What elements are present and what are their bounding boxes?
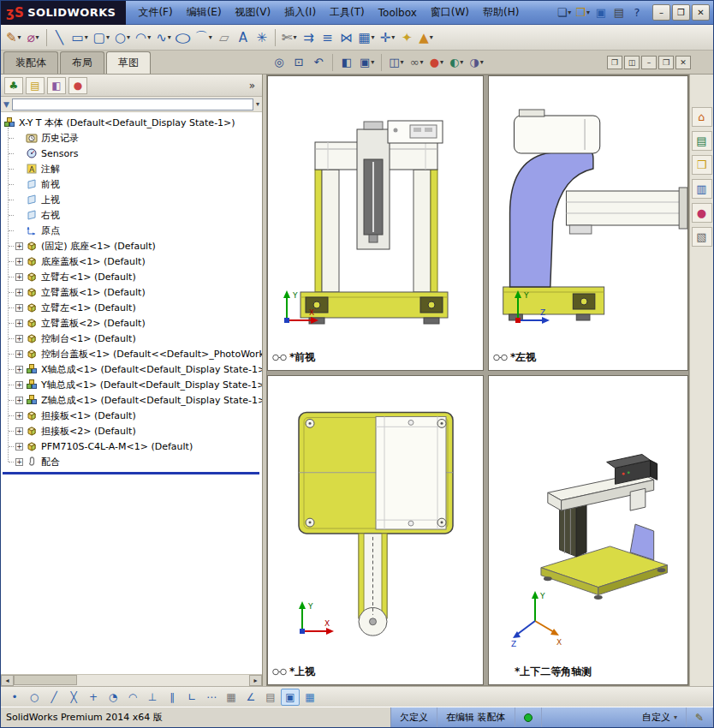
scroll-right-button[interactable]: ▸ [249, 675, 262, 686]
tree-item[interactable]: +担接板<2> (Default) [1, 423, 262, 439]
scrollbar-track[interactable] [14, 675, 249, 686]
expander-icon[interactable]: + [15, 350, 23, 358]
spline-dropdown[interactable]: ▾ [168, 33, 171, 41]
tree-item[interactable]: +控制台<1> (Default) [1, 331, 262, 346]
print-document-button[interactable]: ▤ [610, 4, 628, 21]
circle-dropdown[interactable]: ▾ [127, 33, 130, 41]
snap-quadrant-button[interactable]: ◔ [104, 689, 122, 706]
tab-sketch[interactable]: 草图 [106, 51, 151, 74]
mirror-entities-button[interactable]: ⋈ [336, 27, 355, 48]
tree-item[interactable]: +X轴总成<1> (Default<Default_Display State-… [1, 361, 262, 377]
tree-item[interactable]: +控制台盖板<1> (Default<<Default>_PhotoWorks [1, 346, 262, 361]
minimize-window-button[interactable]: – [652, 4, 670, 21]
ellipse-button[interactable]: ○ [174, 27, 193, 48]
expander-icon[interactable]: + [15, 427, 23, 435]
tree-item[interactable]: 历史记录 [1, 130, 262, 146]
tree-item[interactable]: +立臂盖板<1> (Default) [1, 284, 262, 300]
snap-intersection-button[interactable]: ╳ [64, 689, 83, 706]
snap-parallel-button[interactable]: ∥ [163, 689, 181, 706]
scroll-left-button[interactable]: ◂ [1, 675, 14, 686]
expander-icon[interactable]: + [15, 397, 23, 404]
viewport-isometric-view[interactable]: Y X Z *上下二等角轴测 [488, 375, 688, 685]
line-button[interactable]: ╲ [51, 27, 69, 48]
straight-slot-button[interactable]: ▢▾ [91, 27, 112, 48]
open-document-dropdown[interactable]: ▾ [586, 9, 590, 16]
snap-length-button[interactable]: ⋯ [202, 689, 221, 706]
move-entities-dropdown[interactable]: ▾ [391, 33, 395, 41]
tree-item[interactable]: +立臂左<1> (Default) [1, 300, 262, 315]
expander-icon[interactable]: + [15, 412, 23, 420]
hide-show-items-button[interactable]: ∞▾ [408, 52, 426, 73]
instant2d-button[interactable]: ▲▾ [416, 27, 436, 48]
section-view-button[interactable]: ◧ [337, 52, 356, 73]
expander-icon[interactable]: + [15, 366, 23, 373]
zoom-to-area-button[interactable]: ⊡ [289, 52, 308, 73]
tree-item[interactable]: 原点 [1, 223, 262, 238]
scrollbar-thumb[interactable] [14, 675, 77, 685]
apply-scene-button[interactable]: ◐▾ [447, 52, 466, 73]
snap-angle-button[interactable]: ∠ [241, 689, 260, 706]
panel-overflow-chevron[interactable]: » [246, 80, 259, 92]
snap-tangent-button[interactable]: ◠ [123, 689, 142, 706]
expander-icon[interactable]: + [15, 258, 23, 266]
open-document-button[interactable]: ❒▾ [574, 4, 592, 21]
tree-item[interactable]: +(固定) 底座<1> (Default) [1, 238, 262, 254]
expander-icon[interactable]: + [15, 289, 23, 296]
menu-item-1[interactable]: 文件(F) [131, 2, 179, 23]
linear-sketch-pattern-dropdown[interactable]: ▾ [372, 33, 375, 41]
propertymanager-tab-button[interactable]: ▤ [26, 77, 45, 94]
display-style-button[interactable]: ◫▾ [386, 52, 406, 73]
expander-icon[interactable]: + [15, 335, 23, 343]
expander-icon[interactable]: + [15, 458, 23, 466]
text-button[interactable]: A [234, 27, 253, 48]
viewport-left-view[interactable]: Y Z *左视 [488, 75, 688, 371]
viewport-front-view[interactable]: Y X *前视 [267, 75, 484, 371]
tree-item[interactable]: A注解 [1, 161, 262, 176]
sketch-table-button[interactable]: ▦ [300, 689, 319, 706]
expander-icon[interactable]: + [15, 242, 23, 250]
new-document-button[interactable]: ❏▾ [556, 4, 574, 21]
snap-points-button[interactable]: • [5, 689, 24, 706]
tree-item[interactable]: +配合 [1, 454, 262, 469]
trim-entities-dropdown[interactable]: ▾ [293, 33, 296, 41]
view-orientation-button[interactable]: ▣▾ [357, 52, 377, 73]
tree-item[interactable]: +立臂盖板<2> (Default) [1, 315, 262, 331]
tab-layout[interactable]: 布局 [60, 51, 104, 74]
solidworks-resources-button[interactable]: ⌂ [692, 107, 712, 127]
instant2d-dropdown[interactable]: ▾ [430, 33, 433, 41]
centerpoint-arc-button[interactable]: ◠▾ [133, 27, 153, 48]
tree-item[interactable]: +PFM710S-C4L-A-M<1> (Default) [1, 439, 262, 454]
view-palette-button[interactable]: ▥ [692, 179, 712, 199]
snap-midpoint-button[interactable]: + [84, 689, 103, 706]
convert-entities-button[interactable]: ⇉ [299, 27, 318, 48]
close-child-window-button[interactable]: ✕ [675, 56, 691, 69]
tree-item[interactable]: +Z轴总成<1> (Default<Default_Display State-… [1, 392, 262, 408]
status-custom-dropdown[interactable]: 自定义 ▾ [634, 707, 687, 727]
corner-rectangle-button[interactable]: ▭▾ [69, 27, 91, 48]
expander-icon[interactable]: + [15, 304, 23, 312]
linear-sketch-pattern-button[interactable]: ▦▾ [355, 27, 377, 48]
move-entities-button[interactable]: ✛▾ [378, 27, 398, 48]
snap-perpendicular-button[interactable]: ⊥ [143, 689, 162, 706]
tree-item[interactable]: +立臂右<1> (Default) [1, 269, 262, 284]
restore-child-window-button[interactable]: ❐ [607, 56, 622, 69]
sketch-dropdown[interactable]: ▾ [18, 33, 21, 41]
straight-slot-dropdown[interactable]: ▾ [106, 33, 110, 41]
viewport-top-view[interactable]: Y X *上视 [267, 375, 484, 685]
custom-properties-button[interactable]: ▧ [692, 227, 712, 247]
file-explorer-button[interactable]: ❒ [692, 155, 712, 175]
tree-item[interactable]: 上视 [1, 192, 262, 207]
filter-dropdown[interactable]: ▾ [256, 100, 259, 108]
tree-item[interactable]: +底座盖板<1> (Default) [1, 254, 262, 269]
tree-horizontal-scrollbar[interactable]: ◂ ▸ [1, 674, 262, 686]
previous-view-button[interactable]: ↶ [309, 52, 328, 73]
filter-input[interactable] [12, 98, 253, 110]
tree-item[interactable]: Sensors [1, 146, 262, 161]
close-window-button[interactable]: ✕ [692, 4, 710, 21]
sketch-fillet-dropdown[interactable]: ▾ [209, 33, 212, 41]
expander-icon[interactable]: + [15, 273, 23, 281]
minimize-child-window-button[interactable]: – [641, 56, 657, 69]
menu-item-2[interactable]: 编辑(E) [180, 2, 229, 23]
corner-rectangle-dropdown[interactable]: ▾ [85, 33, 88, 41]
point-button[interactable]: ✳ [253, 27, 271, 48]
